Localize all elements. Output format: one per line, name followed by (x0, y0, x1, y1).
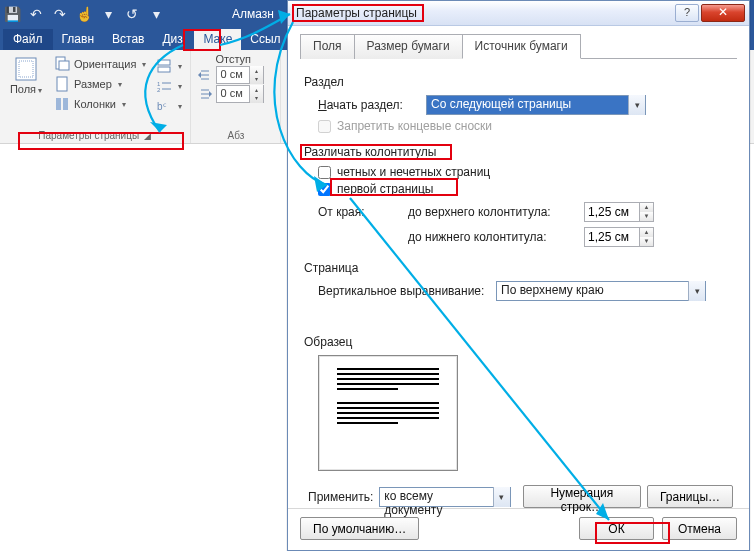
ok-button[interactable]: ОК (579, 517, 654, 540)
margins-icon (12, 57, 40, 81)
svg-rect-7 (158, 60, 170, 65)
indent-right-value[interactable]: 0 см (216, 85, 264, 103)
dialog-footer: По умолчанию… ОК Отмена (288, 508, 749, 550)
from-edge-label: От края: (318, 202, 388, 219)
orientation-icon (54, 56, 70, 72)
repeat-icon[interactable]: ↺ (124, 6, 140, 22)
orientation-button[interactable]: Ориентация (52, 55, 148, 73)
hyphenation-icon: bᶜ (156, 98, 172, 114)
line-numbers-button[interactable]: 12 (154, 77, 184, 95)
page-setup-dialog: Параметры страницы ? ✕ Поля Размер бумаг… (287, 0, 750, 551)
tab-home[interactable]: Главн (53, 29, 104, 50)
redo-icon[interactable]: ↷ (52, 6, 68, 22)
down-arrow-icon[interactable]: ▼ (640, 212, 653, 221)
headers-footers-heading: Различать колонтитулы (304, 145, 733, 159)
dialog-title-bar[interactable]: Параметры страницы ? ✕ (288, 1, 749, 26)
indent-left-value[interactable]: 0 см (216, 66, 264, 84)
start-section-combo[interactable]: Со следующей страницы (426, 95, 646, 115)
down-arrow-icon[interactable]: ▼ (640, 237, 653, 246)
dialog-tab-paper[interactable]: Размер бумаги (354, 34, 463, 59)
cancel-button[interactable]: Отмена (662, 517, 737, 540)
svg-text:2: 2 (157, 87, 161, 93)
columns-icon (54, 96, 70, 112)
paragraph-group: Отступ 0 см 0 см Абз (191, 50, 281, 143)
indent-right[interactable]: 0 см (197, 85, 274, 103)
line-numbers-icon: 12 (156, 78, 172, 94)
svg-rect-4 (57, 77, 67, 91)
page-setup-group-label: Параметры страницы (38, 130, 139, 141)
margins-button[interactable]: Поля (6, 53, 46, 115)
dialog-tab-margins[interactable]: Поля (300, 34, 355, 59)
dialog-close-button[interactable]: ✕ (701, 4, 745, 22)
odd-even-input[interactable] (318, 166, 331, 179)
dialog-tab-layout[interactable]: Источник бумаги (462, 34, 581, 59)
svg-rect-6 (63, 98, 68, 110)
size-label: Размер (74, 78, 112, 90)
first-page-checkbox[interactable]: первой страницы (318, 182, 733, 196)
valign-label: Вертикальное выравнивание: (318, 284, 488, 298)
suppress-endnotes-input (318, 120, 331, 133)
preview-pane (318, 355, 458, 471)
breaks-button[interactable] (154, 57, 184, 75)
size-button[interactable]: Размер (52, 75, 148, 93)
set-default-button[interactable]: По умолчанию… (300, 517, 419, 540)
page-setup-group: Поля Ориентация Размер (0, 50, 191, 143)
borders-dialog-button[interactable]: Границы… (647, 485, 733, 508)
page-heading: Страница (304, 261, 733, 275)
up-arrow-icon[interactable]: ▲ (640, 203, 653, 212)
odd-even-label: четных и нечетных страниц (337, 165, 490, 179)
size-icon (54, 76, 70, 92)
up-arrow-icon[interactable]: ▲ (640, 228, 653, 237)
dialog-tabs: Поля Размер бумаги Источник бумаги (300, 34, 737, 59)
indent-heading: Отступ (197, 53, 274, 65)
svg-text:bᶜ: bᶜ (157, 101, 167, 112)
tab-layout[interactable]: Маке (194, 29, 241, 50)
apply-to-label: Применить: (308, 490, 373, 504)
odd-even-checkbox[interactable]: четных и нечетных страниц (318, 165, 733, 179)
first-page-input[interactable] (318, 183, 331, 196)
footer-distance-label: до нижнего колонтитула: (408, 230, 578, 244)
indent-left[interactable]: 0 см (197, 66, 274, 84)
start-section-label: ННачать раздел:ачать раздел: (318, 98, 418, 112)
dialog-title: Параметры страницы (296, 6, 675, 20)
apply-to-combo[interactable]: ко всему документу (379, 487, 510, 507)
svg-rect-3 (59, 61, 69, 70)
indent-right-icon (197, 86, 213, 102)
breaks-icon (156, 58, 172, 74)
customize-qat-icon[interactable]: ▾ (100, 6, 116, 22)
preview-heading: Образец (304, 335, 733, 349)
undo-icon[interactable]: ↶ (28, 6, 44, 22)
hyphenation-button[interactable]: bᶜ (154, 97, 184, 115)
tab-insert[interactable]: Встав (103, 29, 153, 50)
file-tab[interactable]: Файл (3, 29, 53, 50)
header-distance-label: до верхнего колонтитула: (408, 205, 578, 219)
document-title: Алмазн (232, 7, 274, 21)
suppress-endnotes-label: Запретить концевые сноски (337, 119, 492, 133)
dialog-body: Поля Размер бумаги Источник бумаги Разде… (288, 26, 749, 508)
svg-rect-8 (158, 67, 170, 72)
valign-combo[interactable]: По верхнему краю (496, 281, 706, 301)
header-distance-input[interactable] (584, 202, 640, 222)
paragraph-group-label: Абз (197, 128, 274, 141)
suppress-endnotes-checkbox: Запретить концевые сноски (318, 119, 733, 133)
dialog-help-button[interactable]: ? (675, 4, 699, 22)
line-numbers-dialog-button[interactable]: Нумерация строк… (523, 485, 641, 508)
header-distance-spinner[interactable]: ▲▼ (584, 202, 654, 222)
page-setup-dialog-launcher[interactable]: ◢ (142, 131, 152, 141)
qat-dropdown-icon[interactable]: ▾ (148, 6, 164, 22)
footer-distance-spinner[interactable]: ▲▼ (584, 227, 654, 247)
tab-references[interactable]: Ссыл (241, 29, 289, 50)
footer-distance-input[interactable] (584, 227, 640, 247)
columns-label: Колонки (74, 98, 116, 110)
orientation-label: Ориентация (74, 58, 136, 70)
save-icon[interactable]: 💾 (4, 6, 20, 22)
indent-left-icon (197, 67, 213, 83)
margins-label: Поля (10, 83, 42, 95)
section-heading: Раздел (304, 75, 733, 89)
touch-mode-icon[interactable]: ☝ (76, 6, 92, 22)
svg-rect-5 (56, 98, 61, 110)
tab-design[interactable]: Дизі (153, 29, 194, 50)
columns-button[interactable]: Колонки (52, 95, 148, 113)
first-page-label: первой страницы (337, 182, 433, 196)
